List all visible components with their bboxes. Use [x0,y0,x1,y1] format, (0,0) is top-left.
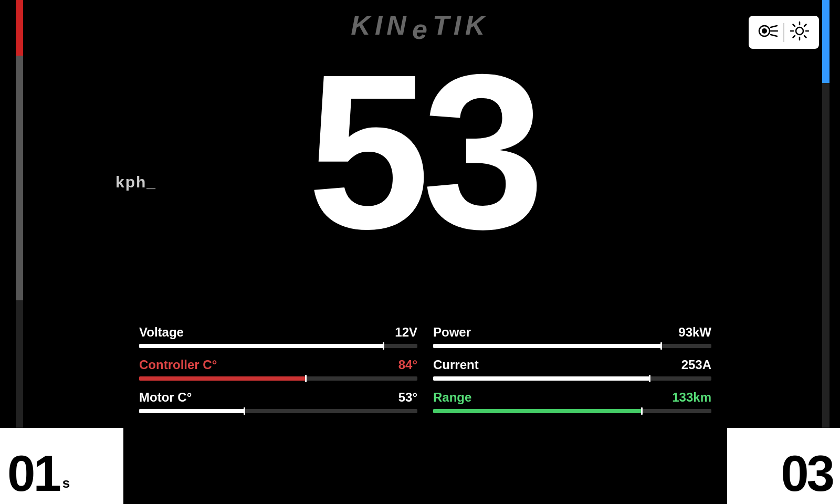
stat-label-voltage: Voltage [139,325,184,340]
stat-value-voltage: 12V [395,325,417,340]
stat-value-controller: 84° [398,358,417,372]
stat-label-range: Range [433,390,471,405]
stat-bar-track-motor_temp [139,409,417,413]
rpm-bar-gray [16,56,23,300]
charge-value: 03 [781,448,833,499]
stat-row-current: Current253A [433,358,711,381]
stat-bar-fill-motor_temp [139,409,245,413]
stat-bar-track-controller [139,376,417,381]
stat-value-power: 93kW [678,325,711,340]
rpm-value: 01 [7,448,59,499]
stats-area: Voltage12VPower93kWController C°84°Curre… [123,314,727,428]
stat-bar-track-voltage [139,344,417,348]
stat-label-motor_temp: Motor C° [139,390,192,405]
charge-bar [822,0,830,462]
stat-bar-track-power [433,344,711,348]
stat-bar-fill-power [433,344,662,348]
stat-label-current: Current [433,358,479,372]
header: KIN e TIK [0,0,840,46]
stat-row-voltage: Voltage12V [139,325,417,348]
speed-value: 53 [307,58,537,245]
brand-logo: KIN e TIK [351,9,489,41]
logo-tik: TIK [433,10,489,40]
stat-bar-track-current [433,376,711,381]
rpm-bar [16,0,23,462]
logo-kin: KIN [351,10,411,40]
stat-row-motor_temp: Motor C°53° [139,390,417,413]
charge-number-box: 03 [727,428,840,504]
stat-row-range: Range133km [433,390,711,413]
svg-text:e: e [412,14,432,41]
speed-unit: kph_ [116,173,156,191]
stat-row-power: Power93kW [433,325,711,348]
stat-bar-fill-range [433,409,642,413]
stat-value-range: 133km [672,390,711,405]
stat-bar-track-range [433,409,711,413]
stat-bar-fill-voltage [139,344,384,348]
stat-label-power: Power [433,325,471,340]
speed-display: 53 [36,52,808,245]
stat-bar-fill-current [433,376,650,381]
rpm-number-box: 01 s [0,428,123,504]
stat-value-current: 253A [681,358,711,372]
logo-e-icon: e [411,14,432,41]
stat-value-motor_temp: 53° [398,390,417,405]
stat-bar-fill-controller [139,376,306,381]
rpm-unit: s [62,475,70,491]
stat-label-controller: Controller C° [139,358,217,372]
stat-row-controller: Controller C°84° [139,358,417,381]
